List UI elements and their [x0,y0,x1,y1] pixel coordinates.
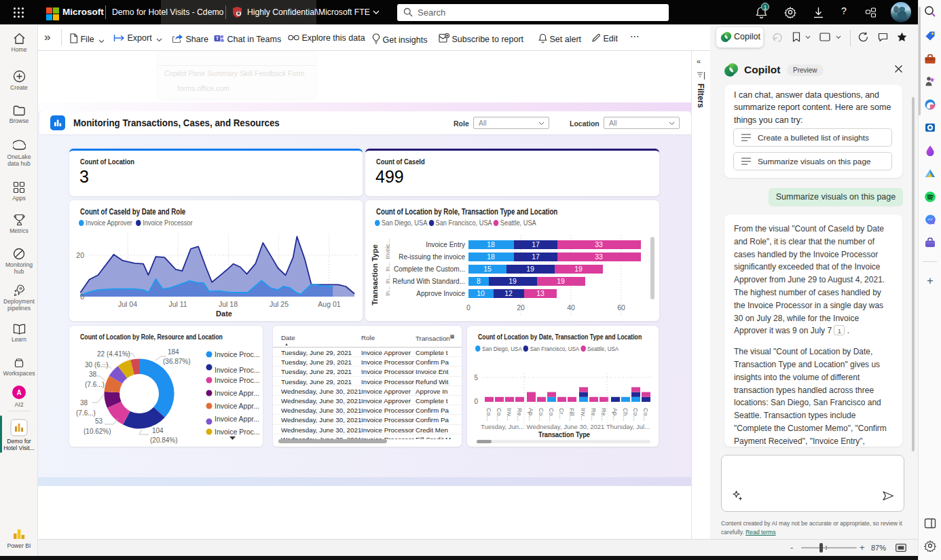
svg-text:17: 17 [532,240,540,248]
svg-text:Re...: Re... [516,408,523,421]
svg-text:Co...: Co... [496,408,502,421]
svg-text:Invoice Appr...: Invoice Appr... [215,402,259,410]
svg-text:60: 60 [617,303,625,312]
svg-text:In...: In... [384,262,391,272]
svg-text:22 (4.41%): 22 (4.41%) [97,350,130,358]
svg-text:33: 33 [595,253,603,261]
svg-text:Date: Date [216,310,232,318]
svg-text:18: 18 [487,240,495,248]
svg-text:Co...: Co... [632,408,639,421]
svg-text:(7.6...): (7.6...) [76,409,96,417]
svg-text:38: 38 [80,399,88,407]
svg-text:40: 40 [567,303,575,312]
svg-text:10: 10 [477,289,485,297]
svg-text:Invoic...: Invoic... [384,239,391,259]
svg-text:Co...: Co... [548,408,555,421]
svg-text:A: A [16,389,21,396]
svg-text:Invoice Proc...: Invoice Proc... [215,428,260,436]
svg-text:104: 104 [152,427,164,434]
svg-text:33: 33 [595,240,603,248]
svg-text:Invoice Appr...: Invoice Appr... [215,415,259,423]
svg-text:Ap...: Ap... [528,408,534,421]
svg-text:19: 19 [574,265,583,273]
svg-text:13: 13 [536,289,545,297]
svg-text:T: T [216,35,219,41]
svg-text:Invoice Proc...: Invoice Proc... [215,376,260,384]
svg-text:19: 19 [557,277,565,285]
svg-text:Complete the Custom...: Complete the Custom... [394,265,465,273]
svg-text:Approve Invoice: Approve Invoice [416,290,465,297]
svg-text:Co...: Co... [485,408,492,421]
svg-text:18: 18 [487,253,495,261]
svg-text:Ch...: Ch... [622,408,629,421]
svg-text:In...: In... [384,286,391,296]
svg-text:Jul 18: Jul 18 [219,300,238,308]
svg-text:Inv...: Inv... [506,408,513,421]
svg-text:Jul 04: Jul 04 [118,300,137,308]
svg-text:Refund With Standard...: Refund With Standard... [392,278,465,285]
svg-text:Invoice Appr...: Invoice Appr... [215,389,259,397]
svg-text:17: 17 [532,253,540,261]
svg-text:0: 0 [474,398,478,405]
svg-text:0: 0 [80,293,84,301]
svg-text:Invoice Entry: Invoice Entry [426,241,465,248]
svg-text:Jul 25: Jul 25 [270,300,289,308]
svg-text:0: 0 [466,303,470,312]
svg-text:19: 19 [526,265,534,273]
svg-text:Jul 11: Jul 11 [168,300,187,308]
svg-text:Thursday, Jul...: Thursday, Jul... [606,423,650,430]
svg-text:20: 20 [76,251,84,259]
svg-text:19: 19 [509,277,517,285]
svg-text:Ap...: Ap... [612,408,619,421]
svg-text:5: 5 [474,374,478,381]
svg-text:In...: In... [384,274,391,284]
svg-text:(20.84%): (20.84%) [150,436,178,444]
svg-text:12: 12 [504,289,513,297]
svg-text:Cr...: Cr... [558,408,565,419]
svg-text:Re-issuing the invoice: Re-issuing the invoice [399,253,465,261]
svg-text:(36.87%): (36.87%) [163,358,191,365]
svg-text:15: 15 [483,265,492,273]
svg-text:Co...: Co... [642,408,649,421]
svg-text:(7.6...): (7.6...) [85,381,105,388]
svg-text:Tuesday, Jun...: Tuesday, Jun... [481,423,524,430]
svg-text:(10.62%): (10.62%) [84,428,111,435]
svg-text:20: 20 [517,303,525,312]
svg-text:Co...: Co... [538,408,545,421]
svg-text:Re...: Re... [600,408,607,421]
svg-text:53: 53 [95,417,103,425]
svg-text:30 (6...): 30 (6...) [85,361,108,369]
svg-text:Inv...: Inv... [580,408,587,421]
svg-text:Invoice Proc...: Invoice Proc... [215,350,260,358]
svg-text:184: 184 [168,348,179,356]
svg-text:Aug 01: Aug 01 [318,300,340,308]
svg-text:Wednesday, June 30, 2021: Wednesday, June 30, 2021 [527,423,605,430]
svg-text:Transaction Type: Transaction Type [538,430,590,438]
svg-text:38: 38 [89,371,97,378]
svg-text:Transaction Type: Transaction Type [371,244,379,305]
svg-text:Invoice Proc...: Invoice Proc... [215,366,260,374]
svg-text:Fill...: Fill... [568,408,575,421]
svg-text:8: 8 [477,277,481,285]
svg-text:Re...: Re... [590,408,597,421]
